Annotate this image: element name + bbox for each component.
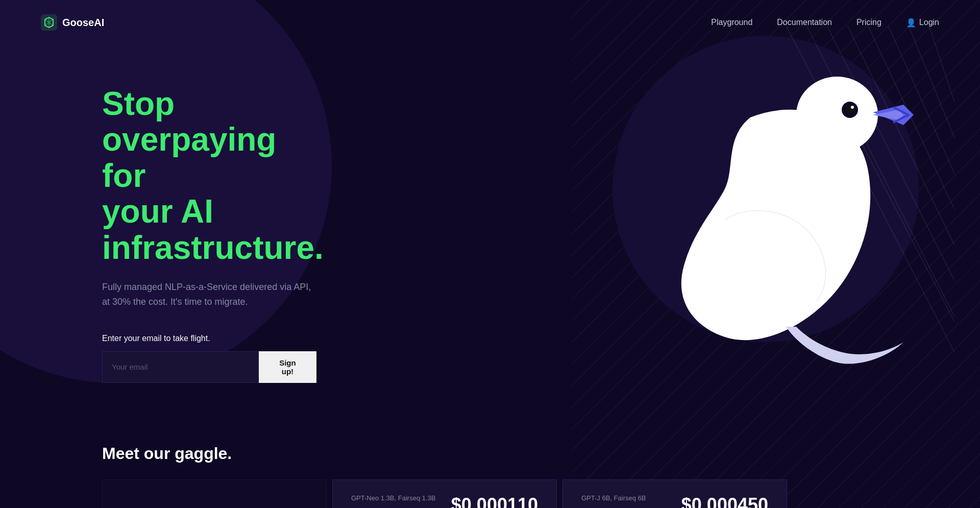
gaggle-section: Meet our gaggle. GPT-Neo 1.3B, Fairseq 1…	[0, 414, 980, 508]
model-card-partial	[102, 479, 327, 508]
goose-illustration	[572, 26, 954, 383]
model-price-medium: $0.000450 /request	[681, 494, 768, 508]
logo-text: GooseAI	[62, 17, 104, 29]
logo-link[interactable]: GooseAI	[41, 14, 104, 31]
model-card-medium: GPT-J 6B, Fairseq 6B Medium $0.000450 /r…	[562, 479, 787, 508]
svg-point-11	[796, 77, 878, 153]
model-card-small: GPT-Neo 1.3B, Fairseq 1.3B Small $0.0001…	[332, 479, 557, 508]
svg-point-14	[851, 106, 854, 109]
hero-section: Stop overpaying for your AI infrastructu…	[0, 45, 357, 414]
price-value-small: $0.000110	[451, 494, 538, 508]
nav-links: Playground Documentation Pricing 👤 Login	[711, 18, 939, 28]
email-form: Sign up!	[102, 351, 316, 383]
nav-pricing[interactable]: Pricing	[856, 18, 881, 27]
email-input[interactable]	[102, 351, 259, 383]
signup-button[interactable]: Sign up!	[259, 351, 316, 383]
hero-title: Stop overpaying for your AI infrastructu…	[102, 86, 316, 265]
hero-subtitle: Fully managed NLP-as-a-Service delivered…	[102, 280, 316, 309]
gaggle-title: Meet our gaggle.	[102, 444, 878, 463]
nav-playground[interactable]: Playground	[711, 18, 752, 27]
price-value-medium: $0.000450	[681, 494, 768, 508]
nav-login[interactable]: 👤 Login	[906, 18, 939, 28]
nav-documentation[interactable]: Documentation	[777, 18, 832, 27]
user-icon: 👤	[906, 18, 916, 28]
logo-icon	[41, 14, 57, 31]
email-label: Enter your email to take flight.	[102, 334, 316, 343]
model-price-small: $0.000110 /request	[451, 494, 538, 508]
navbar: GooseAI Playground Documentation Pricing…	[0, 0, 980, 45]
